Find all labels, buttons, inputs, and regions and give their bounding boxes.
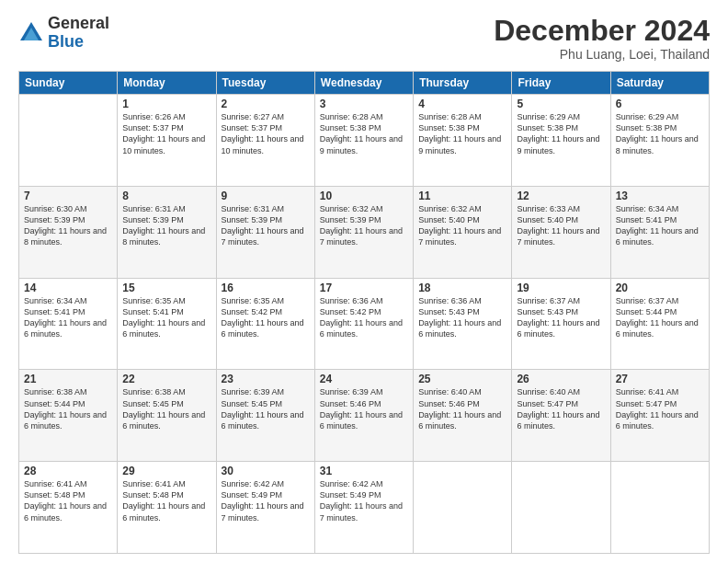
logo: General Blue	[18, 15, 109, 52]
calendar-cell: 29 Sunrise: 6:41 AM Sunset: 5:48 PM Dayl…	[118, 462, 216, 554]
calendar-cell: 11 Sunrise: 6:32 AM Sunset: 5:40 PM Dayl…	[414, 186, 512, 278]
day-number: 30	[222, 465, 310, 477]
calendar-cell: 12 Sunrise: 6:33 AM Sunset: 5:40 PM Dayl…	[512, 186, 610, 278]
calendar-table: SundayMondayTuesdayWednesdayThursdayFrid…	[18, 71, 710, 554]
logo-general: General	[48, 15, 109, 33]
day-number: 18	[418, 282, 506, 294]
day-info: Sunrise: 6:35 AM Sunset: 5:42 PM Dayligh…	[222, 295, 310, 340]
day-info: Sunrise: 6:37 AM Sunset: 5:43 PM Dayligh…	[517, 295, 605, 340]
calendar-cell: 18 Sunrise: 6:36 AM Sunset: 5:43 PM Dayl…	[414, 278, 512, 370]
day-number: 17	[320, 282, 408, 294]
calendar-header-tuesday: Tuesday	[216, 72, 314, 95]
logo-icon	[18, 20, 44, 46]
calendar-cell: 21 Sunrise: 6:38 AM Sunset: 5:44 PM Dayl…	[19, 370, 118, 462]
calendar-cell: 5 Sunrise: 6:29 AM Sunset: 5:38 PM Dayli…	[512, 95, 610, 187]
calendar-cell: 6 Sunrise: 6:29 AM Sunset: 5:38 PM Dayli…	[610, 95, 709, 187]
calendar-cell: 2 Sunrise: 6:27 AM Sunset: 5:37 PM Dayli…	[216, 95, 314, 187]
calendar-header-friday: Friday	[512, 72, 610, 95]
day-number: 9	[222, 190, 310, 202]
day-info: Sunrise: 6:34 AM Sunset: 5:41 PM Dayligh…	[616, 203, 704, 248]
day-number: 27	[616, 373, 704, 385]
calendar-cell: 23 Sunrise: 6:39 AM Sunset: 5:45 PM Dayl…	[216, 370, 314, 462]
day-info: Sunrise: 6:42 AM Sunset: 5:49 PM Dayligh…	[222, 478, 310, 523]
day-number: 5	[517, 98, 605, 110]
day-info: Sunrise: 6:29 AM Sunset: 5:38 PM Dayligh…	[517, 111, 605, 156]
day-info: Sunrise: 6:41 AM Sunset: 5:48 PM Dayligh…	[24, 478, 112, 523]
day-number: 24	[320, 373, 408, 385]
calendar-cell: 9 Sunrise: 6:31 AM Sunset: 5:39 PM Dayli…	[216, 186, 314, 278]
calendar-header-thursday: Thursday	[414, 72, 512, 95]
day-info: Sunrise: 6:39 AM Sunset: 5:46 PM Dayligh…	[320, 386, 408, 431]
logo-text: General Blue	[48, 15, 109, 52]
day-number: 31	[320, 465, 408, 477]
day-number: 1	[122, 98, 210, 110]
page: General Blue December 2024 Phu Luang, Lo…	[0, 0, 728, 563]
day-info: Sunrise: 6:38 AM Sunset: 5:44 PM Dayligh…	[24, 386, 112, 431]
day-info: Sunrise: 6:32 AM Sunset: 5:40 PM Dayligh…	[418, 203, 506, 248]
day-info: Sunrise: 6:31 AM Sunset: 5:39 PM Dayligh…	[122, 203, 210, 248]
day-number: 28	[24, 465, 112, 477]
day-number: 21	[24, 373, 112, 385]
calendar-cell: 28 Sunrise: 6:41 AM Sunset: 5:48 PM Dayl…	[19, 462, 118, 554]
day-number: 2	[222, 98, 310, 110]
logo-blue: Blue	[48, 33, 109, 52]
day-number: 26	[517, 373, 605, 385]
day-number: 12	[517, 190, 605, 202]
calendar-week-4: 21 Sunrise: 6:38 AM Sunset: 5:44 PM Dayl…	[19, 370, 710, 462]
day-info: Sunrise: 6:38 AM Sunset: 5:45 PM Dayligh…	[122, 386, 210, 431]
calendar-cell: 1 Sunrise: 6:26 AM Sunset: 5:37 PM Dayli…	[118, 95, 216, 187]
day-number: 15	[122, 282, 210, 294]
day-number: 22	[122, 373, 210, 385]
day-info: Sunrise: 6:41 AM Sunset: 5:48 PM Dayligh…	[122, 478, 210, 523]
calendar-cell: 7 Sunrise: 6:30 AM Sunset: 5:39 PM Dayli…	[19, 186, 118, 278]
day-info: Sunrise: 6:37 AM Sunset: 5:44 PM Dayligh…	[616, 295, 704, 340]
day-number: 23	[222, 373, 310, 385]
calendar-cell: 14 Sunrise: 6:34 AM Sunset: 5:41 PM Dayl…	[19, 278, 118, 370]
calendar-cell: 4 Sunrise: 6:28 AM Sunset: 5:38 PM Dayli…	[414, 95, 512, 187]
day-info: Sunrise: 6:34 AM Sunset: 5:41 PM Dayligh…	[24, 295, 112, 340]
calendar-cell: 16 Sunrise: 6:35 AM Sunset: 5:42 PM Dayl…	[216, 278, 314, 370]
day-info: Sunrise: 6:35 AM Sunset: 5:41 PM Dayligh…	[122, 295, 210, 340]
day-number: 29	[122, 465, 210, 477]
calendar-cell: 30 Sunrise: 6:42 AM Sunset: 5:49 PM Dayl…	[216, 462, 314, 554]
day-info: Sunrise: 6:26 AM Sunset: 5:37 PM Dayligh…	[122, 111, 210, 156]
day-number: 8	[122, 190, 210, 202]
day-number: 14	[24, 282, 112, 294]
day-number: 25	[418, 373, 506, 385]
month-title: December 2024	[494, 15, 710, 47]
calendar-cell: 24 Sunrise: 6:39 AM Sunset: 5:46 PM Dayl…	[314, 370, 413, 462]
day-info: Sunrise: 6:36 AM Sunset: 5:42 PM Dayligh…	[320, 295, 408, 340]
calendar-cell: 10 Sunrise: 6:32 AM Sunset: 5:39 PM Dayl…	[314, 186, 413, 278]
calendar-cell: 19 Sunrise: 6:37 AM Sunset: 5:43 PM Dayl…	[512, 278, 610, 370]
location: Phu Luang, Loei, Thailand	[494, 47, 710, 62]
calendar-cell	[414, 462, 512, 554]
calendar-header-row: SundayMondayTuesdayWednesdayThursdayFrid…	[19, 72, 710, 95]
calendar-cell: 22 Sunrise: 6:38 AM Sunset: 5:45 PM Dayl…	[118, 370, 216, 462]
calendar-cell: 15 Sunrise: 6:35 AM Sunset: 5:41 PM Dayl…	[118, 278, 216, 370]
calendar-week-5: 28 Sunrise: 6:41 AM Sunset: 5:48 PM Dayl…	[19, 462, 710, 554]
day-info: Sunrise: 6:30 AM Sunset: 5:39 PM Dayligh…	[24, 203, 112, 248]
calendar-cell: 3 Sunrise: 6:28 AM Sunset: 5:38 PM Dayli…	[314, 95, 413, 187]
calendar-cell: 8 Sunrise: 6:31 AM Sunset: 5:39 PM Dayli…	[118, 186, 216, 278]
day-info: Sunrise: 6:36 AM Sunset: 5:43 PM Dayligh…	[418, 295, 506, 340]
calendar-header-wednesday: Wednesday	[314, 72, 413, 95]
day-info: Sunrise: 6:27 AM Sunset: 5:37 PM Dayligh…	[222, 111, 310, 156]
day-number: 19	[517, 282, 605, 294]
calendar-cell	[19, 95, 118, 187]
day-info: Sunrise: 6:40 AM Sunset: 5:47 PM Dayligh…	[517, 386, 605, 431]
day-info: Sunrise: 6:32 AM Sunset: 5:39 PM Dayligh…	[320, 203, 408, 248]
calendar-header-saturday: Saturday	[610, 72, 709, 95]
calendar-cell: 31 Sunrise: 6:42 AM Sunset: 5:49 PM Dayl…	[314, 462, 413, 554]
calendar-header-monday: Monday	[118, 72, 216, 95]
day-info: Sunrise: 6:39 AM Sunset: 5:45 PM Dayligh…	[222, 386, 310, 431]
header: General Blue December 2024 Phu Luang, Lo…	[18, 15, 710, 62]
day-number: 11	[418, 190, 506, 202]
day-number: 16	[222, 282, 310, 294]
calendar-week-2: 7 Sunrise: 6:30 AM Sunset: 5:39 PM Dayli…	[19, 186, 710, 278]
calendar-cell: 17 Sunrise: 6:36 AM Sunset: 5:42 PM Dayl…	[314, 278, 413, 370]
day-info: Sunrise: 6:40 AM Sunset: 5:46 PM Dayligh…	[418, 386, 506, 431]
calendar-week-3: 14 Sunrise: 6:34 AM Sunset: 5:41 PM Dayl…	[19, 278, 710, 370]
day-number: 10	[320, 190, 408, 202]
day-info: Sunrise: 6:31 AM Sunset: 5:39 PM Dayligh…	[222, 203, 310, 248]
day-number: 6	[616, 98, 704, 110]
